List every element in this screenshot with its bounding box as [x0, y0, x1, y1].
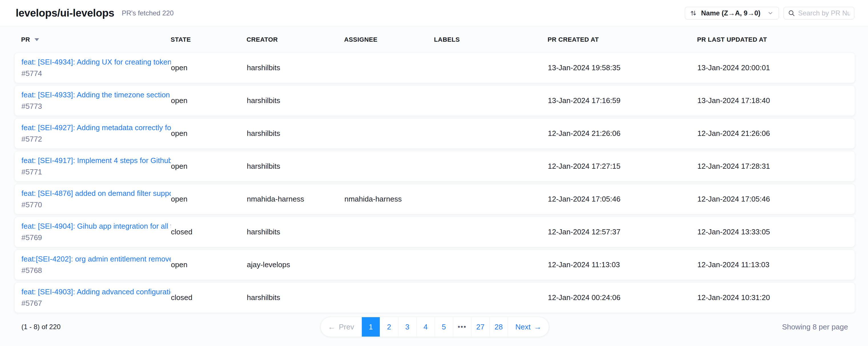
- prs-fetched-count: PR's fetched 220: [122, 9, 174, 17]
- pagination-next-button[interactable]: Next →: [507, 317, 549, 337]
- pr-title-link[interactable]: feat: [SEI-4934]: Adding UX for creating…: [22, 58, 171, 66]
- chevron-down-icon: [767, 10, 774, 16]
- pr-cell: feat: [SEI-4917]: Implement 4 steps for …: [14, 156, 171, 176]
- pr-created-at: 12-Jan-2024 21:26:06: [548, 129, 698, 138]
- pr-updated-at: 12-Jan-2024 11:13:03: [698, 260, 855, 269]
- pr-state: open: [171, 63, 247, 72]
- table-row: feat: [SEI-4917]: Implement 4 steps for …: [14, 151, 855, 181]
- pr-cell: feat: [SEI-4903]: Adding advanced config…: [14, 287, 171, 308]
- table-row: feat: [SEI-4876] added on demand filter …: [14, 184, 855, 214]
- column-header-updated-at: PR LAST UPDATED AT: [697, 36, 855, 44]
- pr-title-link[interactable]: feat: [SEI-4904]: Gihub app integration …: [22, 222, 171, 231]
- pr-title-link[interactable]: feat: [SEI-4927]: Adding metadata correc…: [22, 123, 171, 132]
- pr-created-at: 12-Jan-2024 11:13:03: [548, 260, 698, 269]
- pr-updated-at: 13-Jan-2024 20:00:01: [698, 63, 855, 72]
- search-icon: [788, 9, 795, 17]
- table-row: feat: [SEI-4903]: Adding advanced config…: [14, 282, 855, 313]
- sort-label: Name (Z→A, 9→0): [701, 9, 761, 17]
- pr-state: closed: [171, 228, 247, 236]
- pagination-ellipsis[interactable]: •••: [453, 317, 471, 337]
- pagination-page-3[interactable]: 3: [398, 317, 416, 337]
- pr-state: closed: [171, 293, 247, 302]
- pr-state: open: [171, 96, 247, 105]
- pr-created-at: 13-Jan-2024 19:58:35: [548, 63, 698, 72]
- pagination-page-2[interactable]: 2: [380, 317, 398, 337]
- pr-title-link[interactable]: feat: [SEI-4903]: Adding advanced config…: [22, 287, 171, 296]
- pagination-page-27[interactable]: 27: [471, 317, 489, 337]
- pr-created-at: 12-Jan-2024 17:27:15: [548, 162, 698, 171]
- pr-created-at: 13-Jan-2024 17:16:59: [548, 96, 698, 105]
- pr-state: open: [171, 260, 247, 269]
- pr-updated-at: 12-Jan-2024 13:33:05: [698, 228, 855, 236]
- pagination-prev-button[interactable]: ← Prev: [321, 317, 362, 337]
- arrow-left-icon: ←: [328, 323, 336, 331]
- table-body: feat: [SEI-4934]: Adding UX for creating…: [14, 53, 855, 313]
- prev-label: Prev: [339, 323, 354, 331]
- pr-created-at: 12-Jan-2024 12:57:37: [548, 228, 698, 236]
- pr-number: #5773: [22, 102, 171, 111]
- column-header-created-at: PR CREATED AT: [548, 36, 697, 44]
- pr-cell: feat: [SEI-4934]: Adding UX for creating…: [14, 58, 171, 78]
- sort-dropdown[interactable]: Name (Z→A, 9→0): [685, 7, 779, 20]
- top-bar: levelops/ui-levelops PR's fetched 220 Na…: [0, 0, 868, 26]
- pagination-page-28[interactable]: 28: [489, 317, 507, 337]
- table-row: feat: [SEI-4927]: Adding metadata correc…: [14, 118, 855, 149]
- pr-creator: harshilbits: [247, 63, 344, 72]
- pr-title-link[interactable]: feat: [SEI-4917]: Implement 4 steps for …: [22, 156, 171, 165]
- column-header-assignee: ASSIGNEE: [344, 36, 434, 44]
- pr-updated-at: 12-Jan-2024 21:26:06: [698, 129, 855, 138]
- search-box[interactable]: [783, 7, 854, 20]
- next-label: Next: [515, 323, 530, 331]
- pr-state: open: [171, 162, 247, 171]
- pr-updated-at: 12-Jan-2024 10:31:20: [698, 293, 855, 302]
- column-header-labels: LABELS: [434, 36, 548, 44]
- page-title: levelops/ui-levelops: [16, 7, 115, 19]
- pagination-range-text: (1 - 8) of 220: [22, 323, 61, 331]
- pr-cell: feat: [SEI-4933]: Adding the timezone se…: [14, 90, 171, 111]
- table-row: feat: [SEI-4904]: Gihub app integration …: [14, 217, 855, 247]
- pr-title-link[interactable]: feat: [SEI-4876] added on demand filter …: [22, 189, 171, 198]
- pr-cell: feat: [SEI-4904]: Gihub app integration …: [14, 222, 171, 242]
- column-header-state: STATE: [170, 36, 247, 44]
- search-input[interactable]: [798, 9, 850, 17]
- pr-number: #5772: [22, 135, 171, 144]
- pr-state: open: [171, 129, 247, 138]
- table-footer: (1 - 8) of 220 ← Prev 12345•••2728 Next …: [14, 317, 855, 337]
- pr-updated-at: 13-Jan-2024 17:18:40: [698, 96, 855, 105]
- column-header-pr-label: PR: [21, 36, 30, 44]
- pr-creator: harshilbits: [247, 228, 344, 236]
- pagination-page-5[interactable]: 5: [435, 317, 453, 337]
- pagination-page-4[interactable]: 4: [416, 317, 435, 337]
- pr-creator: ajay-levelops: [247, 260, 344, 269]
- table-row: feat: [SEI-4933]: Adding the timezone se…: [14, 85, 855, 116]
- pr-updated-at: 12-Jan-2024 17:05:46: [698, 195, 855, 204]
- pr-creator: nmahida-harness: [247, 195, 344, 204]
- table-header-row: PR STATE CREATOR ASSIGNEE LABELS PR CREA…: [14, 36, 855, 44]
- pagination-page-1[interactable]: 1: [362, 317, 380, 337]
- pr-created-at: 12-Jan-2024 17:05:46: [548, 195, 698, 204]
- pr-state: open: [171, 195, 247, 204]
- column-header-pr[interactable]: PR: [14, 36, 170, 44]
- pr-cell: feat:[SEI-4202]: org admin entitlement r…: [14, 255, 171, 275]
- pr-number: #5767: [22, 299, 171, 308]
- sort-arrows-icon: [690, 9, 697, 17]
- pr-created-at: 12-Jan-2024 00:24:06: [548, 293, 698, 302]
- pr-title-link[interactable]: feat:[SEI-4202]: org admin entitlement r…: [22, 255, 171, 263]
- caret-down-icon: [34, 38, 39, 41]
- table-row: feat:[SEI-4202]: org admin entitlement r…: [14, 250, 855, 280]
- pr-creator: harshilbits: [247, 129, 344, 138]
- pr-creator: harshilbits: [247, 293, 344, 302]
- pr-title-link[interactable]: feat: [SEI-4933]: Adding the timezone se…: [22, 90, 171, 99]
- pr-assignee: nmahida-harness: [344, 195, 434, 204]
- table-row: feat: [SEI-4934]: Adding UX for creating…: [14, 53, 855, 83]
- top-controls: Name (Z→A, 9→0): [685, 7, 854, 20]
- pr-number: #5768: [22, 266, 171, 275]
- column-header-creator: CREATOR: [247, 36, 344, 44]
- pr-creator: harshilbits: [247, 162, 344, 171]
- per-page-text: Showing 8 per page: [782, 323, 848, 331]
- pagination: ← Prev 12345•••2728 Next →: [320, 317, 549, 337]
- pr-number: #5769: [22, 233, 171, 242]
- arrow-right-icon: →: [534, 323, 541, 331]
- pr-table: PR STATE CREATOR ASSIGNEE LABELS PR CREA…: [0, 26, 868, 346]
- pr-number: #5771: [22, 168, 171, 176]
